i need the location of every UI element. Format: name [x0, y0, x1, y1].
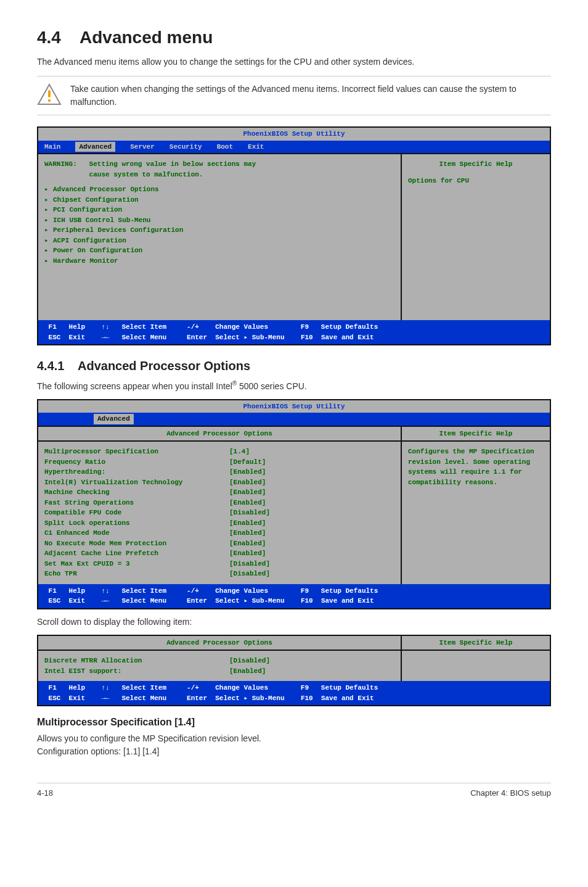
setting-value: [Enabled]: [229, 666, 394, 677]
submenu-item[interactable]: ▸PCI Configuration: [44, 205, 394, 215]
caution-text: Take caution when changing the settings …: [70, 83, 551, 109]
bios-screen-adv-proc-options: PhoenixBIOS Setup Utility Advanced Advan…: [37, 399, 551, 609]
setting-value: [Disabled]: [229, 508, 394, 518]
bios-title: PhoenixBIOS Setup Utility: [38, 128, 550, 141]
setting-row[interactable]: No Execute Mode Mem Protection[Enabled]: [44, 538, 394, 549]
footer-line1: F1 Help ↑↓ Select Item -/+ Change Values…: [44, 322, 378, 332]
heading-title: Advanced menu: [80, 28, 213, 47]
heading-number: 4.4: [37, 28, 61, 47]
submenu-label: ICH USB Control Sub-Menu: [53, 217, 150, 224]
submenu-item[interactable]: ▸Chipset Configuration: [44, 195, 394, 205]
setting-row[interactable]: Intel EIST support:[Enabled]: [44, 666, 394, 677]
triangle-icon: ▸: [44, 245, 53, 256]
panel-title: Advanced Processor Options: [38, 427, 402, 441]
setting-key: Hyperthreading:: [44, 467, 229, 477]
setting-row[interactable]: Multiprocessor Specification[1.4]: [44, 447, 394, 457]
setting-value: [1.4]: [229, 447, 394, 457]
setting-row[interactable]: Intel(R) Virtualization Technology[Enabl…: [44, 477, 394, 488]
help-title: Item Specific Help: [402, 427, 550, 441]
triangle-icon: ▸: [44, 195, 53, 205]
setting-row[interactable]: Echo TPR[Disabled]: [44, 569, 394, 579]
bios-screen-adv-proc-options-cont: Advanced Processor Options Item Specific…: [37, 635, 551, 707]
setting-key: Fast String Operations: [44, 498, 229, 508]
panel-title: Advanced Processor Options: [38, 636, 402, 650]
menu-advanced[interactable]: Advanced: [75, 142, 115, 152]
setting-row[interactable]: Adjacent Cache Line Prefetch[Enabled]: [44, 548, 394, 559]
setting-key: Echo TPR: [44, 569, 229, 579]
section-number: 4.4.1: [37, 359, 64, 373]
bios3-help-pane: [402, 651, 550, 681]
bios-footer: F1 Help ↑↓ Select Item -/+ Change Values…: [38, 320, 550, 344]
bios1-help-pane: Item Specific Help Options for CPU: [402, 154, 550, 320]
footer-line1: F1 Help ↑↓ Select Item -/+ Change Values…: [44, 683, 378, 693]
page-number: 4-18: [37, 787, 53, 799]
setting-row[interactable]: Fast String Operations[Enabled]: [44, 498, 394, 508]
setting-row[interactable]: Discrete MTRR Allocation[Disabled]: [44, 656, 394, 666]
setting-value: [Disabled]: [229, 559, 394, 569]
footer-line1: F1 Help ↑↓ Select Item -/+ Change Values…: [44, 586, 378, 596]
menu-main[interactable]: Main: [44, 142, 60, 152]
setting-value: [Enabled]: [229, 548, 394, 559]
intro-text: The Advanced menu items allow you to cha…: [37, 56, 551, 68]
setting-key: Set Max Ext CPUID = 3: [44, 559, 229, 569]
submenu-item[interactable]: ▸Advanced Processor Options: [44, 184, 394, 195]
setting-value: [Enabled]: [229, 528, 394, 538]
menu-security[interactable]: Security: [169, 142, 202, 152]
caution-box: Take caution when changing the settings …: [37, 76, 551, 115]
setting-key: Multiprocessor Specification: [44, 447, 229, 457]
menu-boot[interactable]: Boot: [217, 142, 233, 152]
section-title: Advanced Processor Options: [78, 359, 250, 373]
setting-row[interactable]: Compatible FPU Code[Disabled]: [44, 508, 394, 518]
setting-value: [Enabled]: [229, 518, 394, 529]
setting-value: [Enabled]: [229, 487, 394, 498]
submenu-item[interactable]: ▸Hardware Monitor: [44, 256, 394, 266]
help-body: Options for CPU: [408, 176, 544, 186]
setting-row[interactable]: Split Lock operations[Enabled]: [44, 518, 394, 529]
triangle-icon: ▸: [44, 225, 53, 236]
bios2-help-pane: Configures the MP Specification revision…: [402, 442, 550, 584]
section-heading: 4.4.1 Advanced Processor Options: [37, 357, 551, 375]
submenu-label: Chipset Configuration: [53, 196, 139, 204]
setting-row[interactable]: Set Max Ext CPUID = 3[Disabled]: [44, 559, 394, 569]
page-footer: 4-18 Chapter 4: BIOS setup: [37, 783, 551, 799]
bios3-left-pane: Discrete MTRR Allocation[Disabled]Intel …: [38, 651, 402, 681]
svg-rect-1: [48, 90, 51, 97]
setting-value: [Default]: [229, 457, 394, 468]
help-title: Item Specific Help: [408, 159, 544, 170]
bios2-left-pane: Multiprocessor Specification[1.4]Frequen…: [38, 442, 402, 584]
subsection-body-1: Allows you to configure the MP Specifica…: [37, 732, 551, 745]
setting-key: C1 Enhanced Mode: [44, 528, 229, 538]
triangle-icon: ▸: [44, 256, 53, 266]
submenu-item[interactable]: ▸ACPI Configuration: [44, 236, 394, 246]
bios-menubar-single: Advanced: [38, 413, 550, 426]
setting-value: [Enabled]: [229, 467, 394, 477]
setting-row[interactable]: Hyperthreading:[Enabled]: [44, 467, 394, 477]
section-intro-b: 5000 series CPU.: [237, 381, 307, 391]
submenu-label: ACPI Configuration: [53, 237, 126, 244]
setting-row[interactable]: C1 Enhanced Mode[Enabled]: [44, 528, 394, 538]
footer-line2: ESC Exit →← Select Menu Enter Select ▸ S…: [44, 693, 374, 704]
setting-value: [Enabled]: [229, 538, 394, 549]
chapter-label: Chapter 4: BIOS setup: [470, 787, 551, 799]
triangle-icon: ▸: [44, 184, 53, 195]
bios-title: PhoenixBIOS Setup Utility: [38, 400, 550, 413]
setting-row[interactable]: Machine Checking[Enabled]: [44, 487, 394, 498]
menu-advanced[interactable]: Advanced: [94, 414, 134, 424]
menu-server[interactable]: Server: [130, 142, 155, 152]
page-heading: 4.4 Advanced menu: [37, 25, 551, 51]
scroll-note: Scroll down to display the following ite…: [37, 616, 551, 629]
submenu-item[interactable]: ▸ICH USB Control Sub-Menu: [44, 215, 394, 226]
bios-menubar: Main Advanced Server Security Boot Exit: [38, 141, 550, 154]
triangle-icon: ▸: [44, 205, 53, 215]
setting-key: Frequency Ratio: [44, 457, 229, 468]
triangle-icon: ▸: [44, 215, 53, 226]
help-title: Item Specific Help: [402, 636, 550, 650]
setting-row[interactable]: Frequency Ratio[Default]: [44, 457, 394, 468]
submenu-item[interactable]: ▸Power On Configuration: [44, 245, 394, 256]
setting-key: Discrete MTRR Allocation: [44, 656, 229, 666]
submenu-item[interactable]: ▸Peripheral Devices Configuration: [44, 225, 394, 236]
caution-icon: [37, 83, 62, 107]
section-intro-a: The following screens appear when you in…: [37, 381, 232, 391]
setting-value: [Enabled]: [229, 498, 394, 508]
menu-exit[interactable]: Exit: [248, 142, 264, 152]
